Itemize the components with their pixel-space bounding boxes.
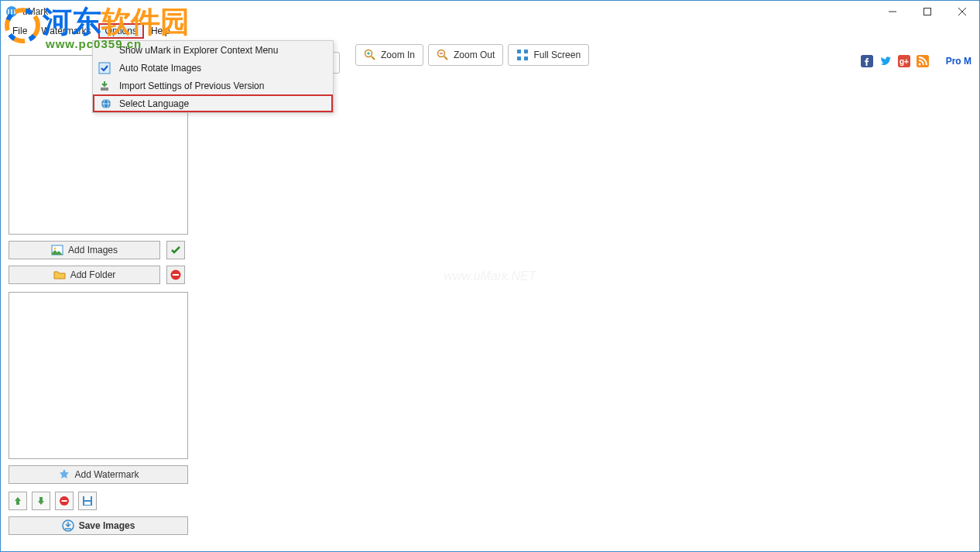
zoom-out-button[interactable]: Zoom Out — [428, 44, 503, 66]
dropdown-select-language[interactable]: Select Language — [93, 94, 333, 112]
minimize-button[interactable] — [875, 1, 910, 22]
add-folder-label: Add Folder — [70, 269, 116, 280]
remove-icon — [59, 495, 70, 506]
add-images-button[interactable]: Add Images — [9, 241, 160, 259]
remove-icon — [170, 269, 182, 281]
svg-line-10 — [444, 57, 447, 60]
full-screen-button[interactable]: Full Screen — [508, 44, 589, 66]
save-images-label: Save Images — [79, 520, 135, 531]
zoom-in-icon — [364, 49, 376, 61]
svg-rect-14 — [517, 57, 521, 60]
watermark-tools — [9, 492, 188, 510]
dd-label: Show uMark in Explorer Context Menu — [119, 45, 278, 56]
dropdown-auto-rotate[interactable]: Auto Rotate Images — [93, 59, 333, 77]
import-icon — [98, 79, 111, 93]
twitter-icon[interactable] — [879, 55, 892, 67]
add-images-label: Add Images — [68, 245, 118, 255]
svg-rect-32 — [99, 63, 110, 74]
folder-icon — [53, 269, 66, 281]
move-up-button[interactable] — [9, 492, 27, 510]
checked-icon — [98, 61, 111, 75]
app-icon — [5, 5, 18, 18]
window-controls — [875, 1, 979, 22]
menu-file[interactable]: File — [5, 23, 34, 39]
svg-rect-29 — [84, 502, 91, 505]
add-watermark-label: Add Watermark — [75, 469, 139, 480]
full-screen-icon — [516, 49, 529, 61]
svg-rect-28 — [84, 496, 91, 500]
options-dropdown: Show uMark in Explorer Context Menu Auto… — [92, 40, 334, 113]
svg-line-6 — [372, 57, 375, 60]
pro-link[interactable]: Pro M — [946, 56, 971, 67]
add-folder-button[interactable]: Add Folder — [9, 266, 160, 284]
svg-rect-33 — [101, 87, 108, 91]
image-icon — [51, 244, 63, 256]
globe-icon — [99, 97, 113, 111]
svg-rect-26 — [62, 500, 67, 502]
add-watermark-button[interactable]: Add Watermark — [9, 465, 188, 484]
google-plus-icon[interactable]: g+ — [898, 55, 910, 67]
zoom-in-label: Zoom In — [381, 50, 415, 60]
add-watermark-icon — [58, 468, 70, 481]
svg-rect-12 — [517, 50, 521, 53]
left-panel: Add Images Add Folder Add Watermark Save… — [9, 55, 188, 535]
dd-label: Import Settings of Previous Version — [119, 81, 264, 91]
full-screen-label: Full Screen — [533, 50, 581, 60]
svg-rect-13 — [524, 50, 528, 53]
save-icon — [82, 495, 93, 506]
social-links: g+ Pro M — [861, 55, 971, 67]
svg-text:g+: g+ — [899, 57, 909, 66]
center-watermark-text: www.uMark.NET — [444, 269, 536, 283]
dropdown-import-settings[interactable]: Import Settings of Previous Version — [93, 77, 333, 94]
zoom-in-button[interactable]: Zoom In — [355, 44, 423, 66]
move-down-button[interactable] — [32, 492, 50, 510]
close-button[interactable] — [944, 1, 979, 22]
svg-rect-15 — [524, 57, 528, 60]
rss-icon[interactable] — [917, 55, 929, 67]
delete-watermark-button[interactable] — [55, 492, 74, 510]
arrow-down-icon — [36, 495, 46, 506]
blank-icon — [98, 43, 111, 57]
dd-label: Auto Rotate Images — [119, 63, 201, 74]
dropdown-show-context-menu[interactable]: Show uMark in Explorer Context Menu — [93, 41, 333, 59]
svg-rect-19 — [917, 55, 929, 67]
svg-point-22 — [53, 248, 56, 250]
facebook-icon[interactable] — [861, 55, 873, 67]
arrow-up-icon — [12, 495, 23, 506]
dd-label: Select Language — [119, 98, 189, 109]
remove-button[interactable] — [166, 266, 185, 284]
svg-rect-24 — [173, 274, 179, 276]
window-title: uMark — [22, 6, 48, 17]
menu-watermarks[interactable]: Watermarks — [34, 23, 98, 39]
save-images-button[interactable]: Save Images — [9, 516, 188, 535]
title-bar: uMark — [1, 1, 979, 22]
menu-options[interactable]: Options — [98, 23, 144, 39]
save-watermark-button[interactable] — [78, 492, 97, 510]
svg-point-20 — [918, 63, 920, 66]
svg-rect-2 — [923, 9, 930, 15]
menu-bar: File Watermarks Options Help — [1, 22, 979, 39]
menu-help[interactable]: Help — [144, 23, 177, 39]
zoom-out-label: Zoom Out — [454, 50, 495, 60]
watermarks-list — [9, 292, 188, 459]
check-button[interactable] — [166, 241, 185, 259]
zoom-out-icon — [437, 49, 449, 61]
maximize-button[interactable] — [910, 1, 944, 22]
save-images-icon — [62, 519, 74, 532]
check-icon — [170, 244, 182, 256]
